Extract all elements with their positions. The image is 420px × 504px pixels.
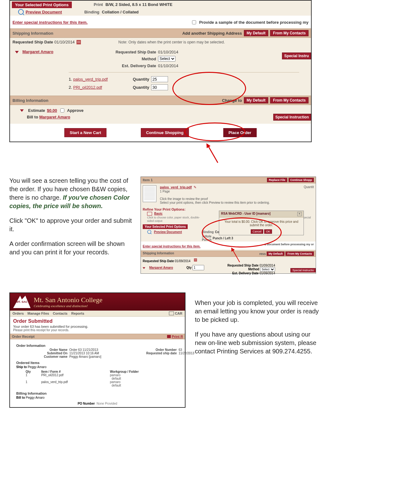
billto-value: Peggy Amaro [26,396,45,399]
from-contacts-button[interactable]: From My Contacts [285,252,314,256]
ship-date-note: Note: Only dates when the print center i… [118,40,225,44]
my-default-button[interactable]: My Default [267,252,285,256]
document-thumbnail-icon[interactable] [143,185,156,202]
edit-icon[interactable]: ✎ [193,185,196,189]
confirm-sub2: Please print this receipt for your recor… [13,328,182,332]
from-contacts-button[interactable]: From My Contacts [270,30,309,36]
ok-button[interactable]: OK [264,229,272,234]
col-item: Item / Form # [41,370,110,373]
item-qty: 1 [26,373,41,380]
quantity-input[interactable] [151,76,168,82]
ordered-items-heading: Ordered Items [16,361,182,365]
college-banner: MT. SAC Mt. San Antonio College Celebrat… [10,293,185,311]
preview-document-link[interactable]: Preview Document [26,10,62,14]
binding-label: Binding [77,10,99,14]
req-ship-label2: Requested Ship Date [100,50,156,54]
method-select[interactable]: Select [158,56,175,62]
items-header-row: Qty Item / Form # Workgroup / Folder [26,370,182,373]
approve-label: Approve [67,108,84,113]
file-link[interactable]: palos_verd_trip.pdf [160,185,192,189]
basic-icon [147,212,152,216]
nav-manage-files[interactable]: Manage Files [27,312,49,315]
est-delivery-label: Est. Delivery Date [100,63,156,68]
col-workgroup: Workgroup / Folder [110,370,172,373]
item-header-bar: Item 1 Replace File Continue Shopp [141,177,316,183]
cart-icon [169,312,174,315]
from-contacts-button[interactable]: From My Contacts [270,97,309,103]
continue-shopping-button[interactable]: Continue Shopping [141,128,189,137]
cart-link[interactable]: CAR [169,312,182,315]
col-qty: Qty [26,370,41,373]
close-icon[interactable]: × [297,212,302,216]
punch-label: 3-Hole Punch [193,235,211,242]
req-ship-date-label: Requested Ship Date [12,40,53,44]
ress-label: ress [259,252,266,256]
nav-contacts[interactable]: Contacts [53,312,67,315]
item-folder: default [112,384,121,387]
continue-shopping-button[interactable]: Continue Shopp [289,178,314,182]
cart-screenshot: Your Selected Print Options Print B/W, 2… [9,0,312,142]
paragraph: A order confirmation screen will be show… [9,240,134,257]
quantity-input[interactable] [151,84,168,90]
special-instructions-link[interactable]: Enter special instructions for this item… [12,20,88,25]
print-receipt-link[interactable]: Print R [167,335,183,338]
binding-value: Collation / Collated [102,10,139,14]
start-new-cart-button[interactable]: Start a New Cart [64,128,106,137]
expand-icon[interactable] [20,109,24,112]
estimate-value[interactable]: $0.00 [47,108,57,113]
req-ship-label: Requested Ship Date [143,259,174,263]
file-link[interactable]: palos_verd_trip.pdf [73,77,108,82]
special-instructions-button[interactable]: Special Instru [282,52,311,59]
quantity-group: Quantity [133,84,168,90]
customer-link[interactable]: Margaret Amaro [22,49,53,54]
method-label: Method [100,57,156,61]
file-link[interactable]: PRI_oil2012.pdf [73,85,102,90]
magnifier-icon [18,9,24,15]
special-instructions-button[interactable]: Special Instruction [273,114,311,121]
my-default-button[interactable]: My Default [244,30,269,36]
order-info-grid: Order Name Order 63 11/21/2013 Order Num… [22,348,182,358]
calendar-icon[interactable] [194,258,197,262]
special-instructions-link[interactable]: Enter special instructions for this item… [141,243,202,248]
cancel-button[interactable]: Cancel [251,229,263,234]
calendar-icon[interactable] [77,40,81,44]
receipt-bar: Order Receipt Print R [10,334,185,339]
action-buttons-row: Start a New Cart Continue Shopping Place… [10,124,311,142]
method-select[interactable]: Select [260,267,275,272]
preview-row: Preview Document Binding Collation / Col… [10,8,311,16]
ship-date-row: Requested Ship Date 01/09/2014 [141,257,316,264]
billing-header-bar: Billing Information Change to My Default… [10,96,311,105]
instruction-text-2: When your job is completed, you will rec… [195,299,320,408]
req-ship-label: Requested ship date [132,352,179,355]
basic-link: Basic [154,212,163,215]
item-row: 1 PRI_oil2012.pdf pamaro default [26,373,182,380]
nav-orders[interactable]: Orders [12,312,24,315]
punch-value: Punch / Left 3 [213,237,233,240]
binding-label: Binding [195,230,214,234]
preview-document-link[interactable]: Preview Document [154,230,182,234]
billto-link[interactable]: Margaret Amaro [39,115,70,119]
customer-label: Customer name [22,355,69,358]
my-default-button[interactable]: My Default [244,97,269,103]
order-name-label: Order Name [22,348,69,352]
replace-file-button[interactable]: Replace File [267,178,287,182]
billing-body: Estimate $0.00 Approve Bill to Margaret … [10,105,311,124]
place-order-button[interactable]: Place Order [223,128,257,137]
sample-checkbox[interactable] [192,20,196,24]
confirmation-screenshot: MT. SAC Mt. San Antonio College Celebrat… [9,292,185,408]
approve-checkbox[interactable] [60,108,64,112]
hint1: Click the image to review the proof [160,197,208,201]
quantity-header: Quantit [304,185,314,189]
shipping-header: Shipping Information [143,252,174,256]
nav-reports[interactable]: Reports [71,312,84,315]
refine-basic[interactable]: Basic Click to choose color, paper stock… [147,212,206,222]
po-number-label: PO Number [78,402,95,405]
special-instructions-button[interactable]: Special Instructio [290,268,316,272]
expand-icon[interactable] [15,51,19,53]
change-to-label: Change to [222,98,242,103]
req-ship-date-value: 01/10/2014 [54,40,75,44]
expand-icon[interactable] [143,267,145,269]
item-body: palos_verd_trip.pdf ✎ 1 Page Click the i… [141,183,316,206]
customer-link[interactable]: Margaret Amaro [149,266,173,269]
shipping-body: Margaret Amaro Requested Ship Date 01/10… [10,46,311,96]
